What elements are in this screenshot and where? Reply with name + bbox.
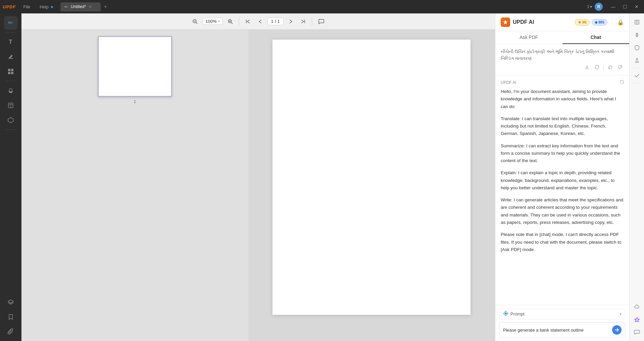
window-controls: — ☐ ✕ [608, 3, 641, 10]
gold-badge[interactable]: ★ 95 [575, 19, 589, 26]
rs-divider-2 [633, 83, 641, 83]
comment-btn[interactable] [316, 17, 326, 26]
svg-rect-1 [8, 69, 10, 71]
response-para-4: Write: I can generate articles that meet… [501, 196, 624, 226]
response-para-0: Hello, I'm your document assistant, aimi… [501, 88, 624, 110]
prev-message-text: નીચેની ઉચિત ફોટોગ્રાફી અને ભૂમિ ચિત્ર ડે… [501, 48, 624, 61]
sidebar-icon-edit[interactable]: ✏ [4, 16, 17, 30]
nav-next-btn[interactable] [286, 17, 296, 26]
tab-close-btn[interactable]: ✕ [89, 5, 92, 9]
chat-input[interactable] [503, 328, 609, 333]
rs-export-icon[interactable] [631, 54, 643, 66]
ai-logo [501, 17, 510, 27]
sidebar-divider-3 [6, 130, 16, 130]
sidebar-icon-attachment[interactable] [4, 325, 17, 338]
pdf-thumbnail[interactable] [98, 36, 172, 97]
titlebar-right: 1 ▾ R — ☐ ✕ [587, 3, 641, 11]
blue-badge[interactable]: ◆ 985 [592, 19, 607, 26]
like-btn[interactable] [606, 64, 614, 71]
svg-rect-6 [9, 92, 12, 93]
file-menu[interactable]: File [20, 3, 34, 11]
page-input[interactable]: 1 / 1 [267, 17, 284, 25]
svg-marker-10 [8, 117, 13, 123]
sidebar-icon-stamp[interactable] [4, 84, 17, 97]
diamond-icon: ◆ [595, 20, 597, 25]
rs-compress-icon[interactable] [631, 29, 643, 41]
chat-input-row [499, 322, 625, 338]
sidebar-divider-2 [6, 81, 16, 81]
sidebar-icon-text[interactable]: T [4, 35, 17, 49]
tab-area: ✏ Untitled* ✕ + [60, 2, 585, 11]
copy-response-btn[interactable] [619, 80, 624, 85]
toolbar-sep-2 [312, 17, 312, 26]
nav-prev-btn[interactable] [255, 17, 265, 26]
header-sep [612, 18, 612, 26]
lock-icon[interactable]: 🔒 [617, 19, 624, 26]
svg-rect-3 [8, 72, 10, 74]
rs-security-icon[interactable] [631, 42, 643, 54]
sidebar-icon-component[interactable] [4, 113, 17, 127]
rs-ai-icon[interactable] [631, 313, 643, 326]
zoom-in-btn[interactable] [226, 17, 235, 26]
app-logo: UPDF [3, 4, 16, 9]
gold-icon: ★ [578, 20, 581, 25]
zoom-value[interactable]: 100% ▾ [202, 18, 222, 25]
rs-cloud-icon[interactable] [631, 301, 643, 313]
sidebar-icon-table[interactable] [4, 99, 17, 112]
response-para-5: Please note that in [chat] mode, I can't… [501, 231, 624, 253]
page-container: 1 [98, 36, 172, 104]
dislike-btn[interactable] [616, 64, 624, 71]
svg-point-24 [505, 312, 507, 314]
nav-first-btn[interactable] [243, 17, 253, 26]
rs-ocr-icon[interactable] [631, 16, 643, 28]
ai-tab-switcher: Ask PDF Chat [495, 31, 629, 44]
maximize-btn[interactable]: ☐ [620, 3, 630, 10]
svg-line-16 [231, 22, 233, 24]
prompt-chevron-icon: ▾ [620, 312, 622, 316]
rs-check-icon[interactable] [631, 69, 643, 82]
rs-bottom [631, 301, 643, 338]
titlebar: UPDF File Help ✏ Untitled* ✕ + 1 ▾ R — ☐… [0, 0, 644, 13]
sidebar-icon-bookmark[interactable] [4, 310, 17, 324]
refresh-msg-btn[interactable] [593, 64, 601, 71]
response-para-2: Summarize: I can extract key information… [501, 142, 624, 165]
send-btn[interactable] [612, 325, 622, 335]
zoom-out-btn[interactable] [190, 17, 200, 26]
ai-panel: UPDF AI ★ 95 ◆ 985 🔒 Ask PDF Chat નીચેની… [495, 13, 629, 341]
svg-rect-0 [8, 58, 13, 59]
svg-rect-21 [608, 67, 609, 69]
response-para-1: Translate: I can translate text into mul… [501, 115, 624, 138]
page-number-label: 1 [134, 99, 136, 104]
svg-rect-22 [621, 65, 622, 67]
minimize-btn[interactable]: — [608, 3, 618, 10]
tab-ask-pdf[interactable]: Ask PDF [495, 31, 562, 44]
pdf-area: 1 [21, 30, 495, 341]
nav-last-btn[interactable] [298, 17, 308, 26]
close-btn[interactable]: ✕ [632, 3, 641, 10]
pdf-canvas [248, 30, 495, 341]
sidebar-icon-view[interactable] [4, 65, 17, 78]
active-tab[interactable]: ✏ Untitled* ✕ [60, 2, 101, 11]
svg-rect-4 [11, 72, 13, 74]
sidebar-icon-layers[interactable] [4, 295, 17, 309]
sidebar-divider-1 [6, 32, 16, 33]
new-tab-btn[interactable]: + [101, 3, 110, 10]
tab-chat[interactable]: Chat [562, 31, 630, 44]
sidebar-icon-annotate[interactable] [4, 50, 17, 63]
ai-header: UPDF AI ★ 95 ◆ 985 🔒 [495, 13, 629, 31]
ai-response-area: UPDF AI Hello, I'm your document assista… [495, 76, 629, 305]
help-menu[interactable]: Help [36, 3, 56, 11]
right-sidebar [629, 13, 644, 341]
main-area: ✏ T [0, 13, 644, 341]
export-msg-btn[interactable] [583, 64, 591, 71]
ai-title: UPDF AI [513, 19, 572, 25]
svg-marker-11 [8, 300, 13, 303]
actions-sep [603, 65, 604, 70]
prompt-icon [503, 311, 508, 317]
svg-line-13 [196, 22, 197, 24]
prompt-selector[interactable]: Prompt ▾ [499, 308, 625, 320]
profile-avatar[interactable]: R [595, 3, 603, 11]
rs-chat-icon[interactable] [631, 326, 643, 338]
page-count-indicator[interactable]: 1 ▾ [587, 4, 592, 9]
ai-response-label: UPDF AI [501, 80, 624, 85]
